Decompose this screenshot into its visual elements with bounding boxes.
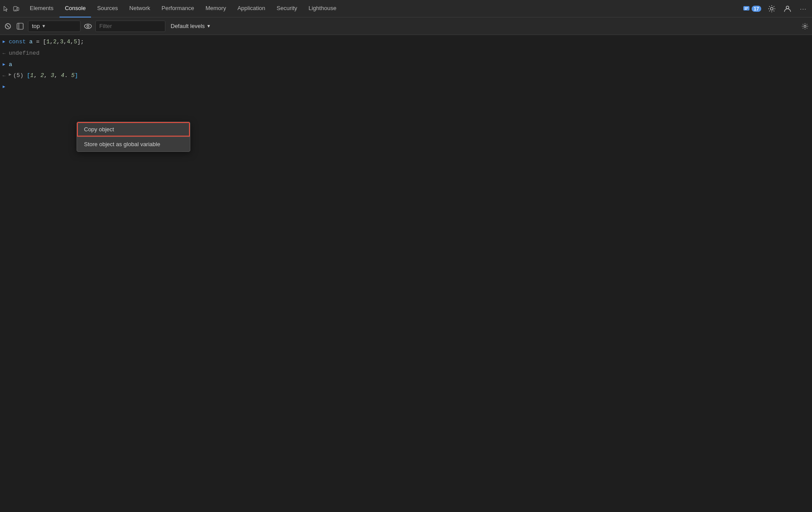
default-levels-button[interactable]: Default levels ▼ xyxy=(169,23,213,29)
device-icon[interactable] xyxy=(12,5,20,13)
expand-arrow[interactable]: ▶ xyxy=(9,71,11,78)
tab-security[interactable]: Security xyxy=(271,0,302,18)
svg-line-9 xyxy=(7,25,9,28)
svg-point-6 xyxy=(770,7,773,10)
tab-memory[interactable]: Memory xyxy=(200,0,231,18)
prompt-arrow: ▶ xyxy=(3,84,5,91)
svg-point-14 xyxy=(804,25,806,27)
console-toolbar: top ▼ Default levels ▼ xyxy=(0,18,812,35)
svg-rect-3 xyxy=(743,6,749,11)
input-arrow-1: ▶ xyxy=(3,39,5,46)
console-settings-icon[interactable] xyxy=(802,23,808,30)
console-line-4: ← ▶ (5) [1, 2, 3, 4. 5] xyxy=(0,70,812,82)
tab-sources[interactable]: Sources xyxy=(92,0,123,18)
tab-console[interactable]: Console xyxy=(60,0,91,18)
svg-rect-1 xyxy=(17,7,19,11)
context-dropdown-arrow: ▼ xyxy=(42,24,46,28)
clear-console-button[interactable] xyxy=(4,22,12,31)
tab-lighthouse[interactable]: Lighthouse xyxy=(303,0,342,18)
filter-input[interactable] xyxy=(95,21,165,32)
console-content: ▶ const a = [1,2,3,4,5]; ← undefined ▶ a… xyxy=(0,35,812,512)
context-menu: Copy object Store object as global varia… xyxy=(77,122,190,152)
person-icon[interactable] xyxy=(782,4,793,14)
message-count: 17 xyxy=(752,6,761,12)
svg-rect-10 xyxy=(17,23,23,29)
more-icon[interactable]: ··· xyxy=(798,4,808,14)
levels-dropdown-arrow: ▼ xyxy=(206,24,211,28)
devtools-tab-bar: Elements Console Sources Network Perform… xyxy=(0,0,812,18)
tab-network[interactable]: Network xyxy=(124,0,156,18)
context-menu-store-global[interactable]: Store object as global variable xyxy=(77,137,190,151)
output-arrow-2: ← xyxy=(3,50,6,58)
svg-point-7 xyxy=(786,6,789,9)
console-line-3: ▶ a xyxy=(0,60,812,71)
message-badge[interactable]: 17 xyxy=(743,6,761,12)
svg-point-13 xyxy=(87,25,89,27)
console-line-1: ▶ const a = [1,2,3,4,5]; xyxy=(0,37,812,48)
tab-elements[interactable]: Elements xyxy=(24,0,59,18)
context-menu-copy-object[interactable]: Copy object xyxy=(77,122,190,137)
toggle-sidebar-button[interactable] xyxy=(16,22,24,31)
console-line-2: ← undefined xyxy=(0,48,812,60)
devtools-icon-area xyxy=(2,5,20,13)
input-arrow-3: ▶ xyxy=(3,61,5,68)
devtools-right-icons: 17 ··· xyxy=(743,4,808,14)
console-line-prompt[interactable]: ▶ xyxy=(0,82,812,91)
tab-performance[interactable]: Performance xyxy=(156,0,199,18)
svg-point-12 xyxy=(84,24,91,28)
tab-application[interactable]: Application xyxy=(232,0,271,18)
context-selector[interactable]: top ▼ xyxy=(28,21,80,32)
eye-icon[interactable] xyxy=(84,23,92,29)
output-arrow-4: ← xyxy=(3,72,6,80)
settings-gear-icon[interactable] xyxy=(766,4,777,14)
cursor-icon[interactable] xyxy=(2,5,10,13)
